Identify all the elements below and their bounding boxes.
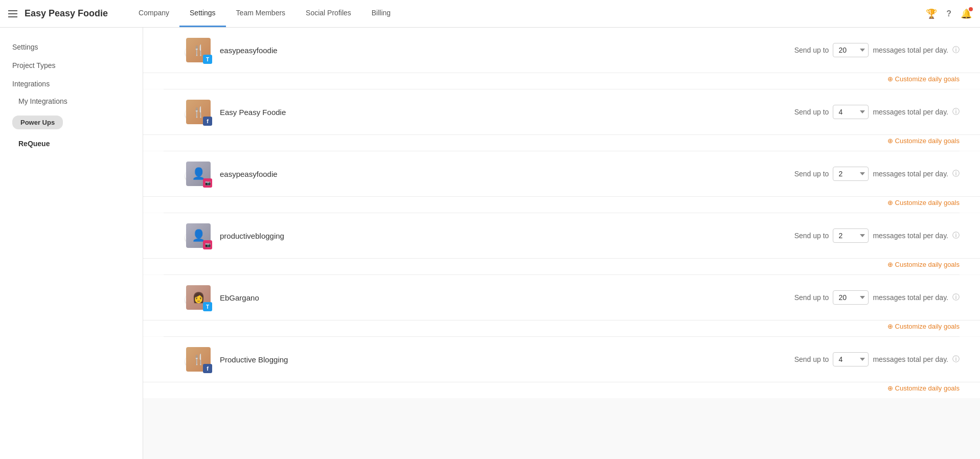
sidebar-item-project-types[interactable]: Project Types [0, 56, 143, 75]
social-badge-5: T [203, 302, 212, 311]
sidebar-item-settings[interactable]: Settings [0, 38, 143, 56]
customize-plus-icon-2: ⊕ [887, 137, 893, 145]
top-nav: Easy Peasy Foodie Company Settings Team … [0, 0, 980, 28]
customize-link-6[interactable]: ⊕ Customize daily goals [887, 384, 960, 392]
sidebar-item-power-ups[interactable]: Power Ups [12, 116, 63, 129]
send-select-2[interactable]: 421020304050 [833, 105, 869, 119]
customize-link-1[interactable]: ⊕ Customize daily goals [887, 75, 960, 83]
profile-row-3: 👤 📷 easypeasyfoodie Send up to 241020304… [143, 151, 980, 213]
sidebar-item-requeue[interactable]: ReQueue [0, 135, 143, 152]
customize-link-2[interactable]: ⊕ Customize daily goals [887, 137, 960, 145]
profile-row-4: 👤 📷 productiveblogging Send up to 241020… [143, 213, 980, 274]
nav-tabs: Company Settings Team Members Social Pro… [128, 0, 401, 27]
tab-social-profiles[interactable]: Social Profiles [295, 0, 361, 27]
social-badge-2: f [203, 117, 212, 126]
social-badge-1: T [203, 55, 212, 64]
send-area-5: Send up to 202410304050 messages total p… [794, 290, 960, 305]
profile-name-4: productiveblogging [220, 232, 794, 240]
send-suffix-4: messages total per day. [873, 232, 948, 240]
send-label-3: Send up to [794, 170, 829, 178]
customize-row-5: ⊕ Customize daily goals [143, 320, 980, 336]
send-area-2: Send up to 421020304050 messages total p… [794, 105, 960, 119]
customize-row-2: ⊕ Customize daily goals [143, 135, 980, 151]
send-label-6: Send up to [794, 355, 829, 363]
main-content: 🍴 T easypeasyfoodie Send up to 202410304… [143, 28, 980, 459]
send-select-4[interactable]: 241020304050 [833, 228, 869, 243]
trophy-icon[interactable]: 🏆 [926, 8, 937, 19]
send-area-4: Send up to 241020304050 messages total p… [794, 228, 960, 243]
social-badge-6: f [203, 364, 212, 373]
customize-link-4[interactable]: ⊕ Customize daily goals [887, 261, 960, 268]
customize-plus-icon-3: ⊕ [887, 199, 893, 206]
send-label-1: Send up to [794, 46, 829, 54]
info-icon-6[interactable]: ⓘ [952, 355, 960, 364]
notification-dot [969, 7, 973, 11]
send-label-5: Send up to [794, 293, 829, 302]
hamburger-menu[interactable] [8, 10, 17, 17]
avatar-5: 👩 T [186, 285, 211, 310]
avatar-6: 🍴 f [186, 347, 211, 372]
info-icon-4[interactable]: ⓘ [952, 231, 960, 240]
sidebar-item-integrations[interactable]: Integrations [0, 75, 143, 93]
info-icon-3[interactable]: ⓘ [952, 169, 960, 178]
layout: Settings Project Types Integrations My I… [0, 28, 980, 459]
help-icon[interactable]: ? [946, 9, 951, 18]
profile-name-2: Easy Peasy Foodie [220, 108, 794, 117]
info-icon-5[interactable]: ⓘ [952, 293, 960, 302]
send-area-1: Send up to 202410304050 messages total p… [794, 43, 960, 57]
social-badge-3: 📷 [203, 178, 212, 188]
profile-row-1: 🍴 T easypeasyfoodie Send up to 202410304… [143, 28, 980, 89]
customize-plus-icon-4: ⊕ [887, 261, 893, 268]
send-area-3: Send up to 241020304050 messages total p… [794, 167, 960, 181]
send-label-2: Send up to [794, 108, 829, 116]
tab-billing[interactable]: Billing [361, 0, 401, 27]
nav-icons: 🏆 ? 🔔 [926, 8, 972, 19]
tab-company[interactable]: Company [128, 0, 179, 27]
avatar-3: 👤 📷 [186, 162, 211, 186]
info-icon-2[interactable]: ⓘ [952, 107, 960, 117]
send-select-5[interactable]: 202410304050 [833, 290, 869, 305]
profile-name-1: easypeasyfoodie [220, 46, 794, 55]
customize-row-1: ⊕ Customize daily goals [143, 73, 980, 89]
profile-row-5: 👩 T EbGargano Send up to 202410304050 me… [143, 275, 980, 336]
avatar-4: 👤 📷 [186, 223, 211, 248]
sidebar-item-my-integrations[interactable]: My Integrations [0, 93, 143, 109]
notification-icon[interactable]: 🔔 [961, 8, 972, 19]
customize-row-4: ⊕ Customize daily goals [143, 259, 980, 274]
profile-name-3: easypeasyfoodie [220, 170, 794, 178]
customize-link-3[interactable]: ⊕ Customize daily goals [887, 199, 960, 206]
sidebar: Settings Project Types Integrations My I… [0, 28, 143, 459]
customize-plus-icon-5: ⊕ [887, 323, 893, 330]
app-title: Easy Peasy Foodie [25, 8, 108, 19]
send-suffix-6: messages total per day. [873, 355, 948, 363]
tab-settings[interactable]: Settings [179, 0, 226, 27]
send-suffix-2: messages total per day. [873, 108, 948, 116]
profile-row-2: 🍴 f Easy Peasy Foodie Send up to 4210203… [143, 89, 980, 151]
profile-name-5: EbGargano [220, 293, 794, 302]
info-icon-1[interactable]: ⓘ [952, 45, 960, 55]
tab-team-members[interactable]: Team Members [226, 0, 295, 27]
send-suffix-1: messages total per day. [873, 46, 948, 54]
profile-row-6: 🍴 f Productive Blogging Send up to 42102… [143, 337, 980, 398]
avatar-2: 🍴 f [186, 100, 211, 124]
send-select-3[interactable]: 241020304050 [833, 167, 869, 181]
send-label-4: Send up to [794, 232, 829, 240]
send-area-6: Send up to 421020304050 messages total p… [794, 352, 960, 366]
social-badge-4: 📷 [203, 240, 212, 249]
customize-link-5[interactable]: ⊕ Customize daily goals [887, 323, 960, 330]
send-suffix-3: messages total per day. [873, 170, 948, 178]
send-select-6[interactable]: 421020304050 [833, 352, 869, 366]
profile-name-6: Productive Blogging [220, 355, 794, 364]
customize-plus-icon-1: ⊕ [887, 75, 893, 83]
customize-row-6: ⊕ Customize daily goals [143, 382, 980, 398]
send-select-1[interactable]: 202410304050 [833, 43, 869, 57]
customize-plus-icon-6: ⊕ [887, 384, 893, 392]
send-suffix-5: messages total per day. [873, 293, 948, 302]
customize-row-3: ⊕ Customize daily goals [143, 197, 980, 213]
avatar-1: 🍴 T [186, 38, 211, 62]
